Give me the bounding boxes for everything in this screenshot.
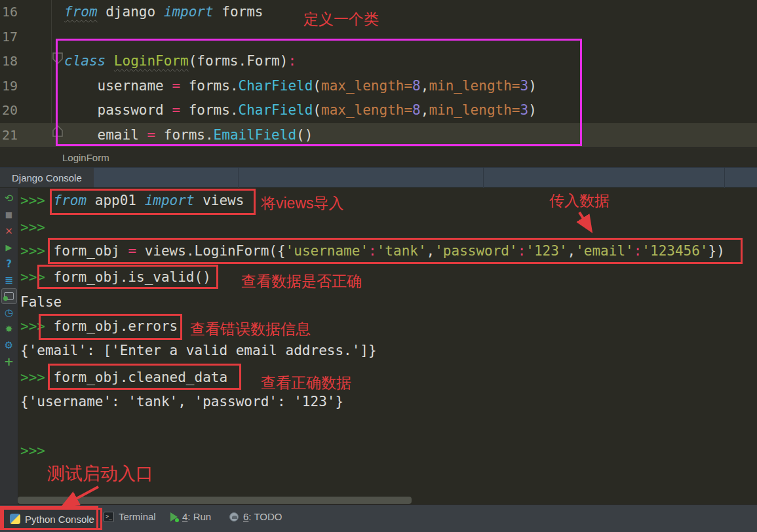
console-input-line: >>> form_obj.errors [20, 318, 178, 335]
console-output-line: {'username': 'tank', 'password': '123'} [20, 393, 343, 411]
code-text: username = forms.CharField(max_length=8,… [64, 74, 537, 99]
variables-view-icon[interactable] [1, 288, 17, 304]
line-number: 17 [2, 25, 49, 50]
python-icon [10, 514, 20, 524]
close-icon[interactable]: ✕ [1, 223, 18, 239]
rerun-icon[interactable]: ⟲ [1, 190, 18, 206]
scroll-end-icon[interactable]: ≣ [1, 272, 18, 288]
code-text: password = forms.CharField(max_length=8,… [64, 98, 537, 123]
line-number: 18 [2, 49, 49, 74]
annotation-define-class: 定义一个类 [303, 9, 379, 29]
code-text: class LoginForm(forms.Form): [64, 49, 296, 74]
run-label: 4: Run [182, 511, 211, 522]
tab-divider [724, 168, 725, 189]
annotation-pass-data: 传入数据 [549, 191, 610, 211]
run-toolwindow-button[interactable]: 4: Run [170, 511, 211, 522]
settings-icon[interactable]: ⚙ [1, 337, 18, 353]
line-number: 21 [2, 123, 49, 148]
variables-glyph [4, 292, 14, 300]
help-icon[interactable]: ? [1, 256, 18, 272]
fold-end-icon[interactable] [52, 124, 64, 138]
line-number: 19 [2, 74, 49, 99]
console-input-line: >>> form_obj = views.LoginForm({'usernam… [20, 242, 725, 260]
line-number: 20 [2, 98, 49, 123]
console-output-line: {'email': ['Enter a valid email address.… [20, 342, 377, 360]
run-toolwindow-icon [170, 512, 178, 522]
stop-icon[interactable]: ■ [1, 206, 18, 223]
fold-collapse-icon[interactable] [52, 52, 64, 65]
console-input-line: >>> form_obj.cleaned_data [20, 369, 227, 387]
code-line: 19 username = forms.CharField(max_length… [0, 74, 757, 99]
status-bar: Python Console >_ Terminal 4: Run 6: TOD… [0, 504, 757, 532]
console-toolbar: ⟲ ■ ✕ ▶ ? ≣ ◷ ✸ ⚙ + [0, 188, 18, 504]
add-icon[interactable]: + [1, 353, 18, 370]
tab-divider [238, 168, 239, 189]
history-icon[interactable]: ◷ [1, 304, 18, 320]
breadcrumb-loginform[interactable]: LoginForm [62, 152, 109, 163]
code-line: 20 password = forms.CharField(max_length… [0, 98, 757, 123]
breadcrumb: LoginForm [0, 147, 757, 167]
console-output-line: False [20, 294, 62, 311]
terminal-label: Terminal [119, 511, 156, 522]
python-console-button[interactable]: Python Console [2, 508, 102, 530]
debug-icon[interactable]: ✸ [1, 320, 18, 337]
code-editor[interactable]: 16 from django import forms 17 18 class … [0, 0, 757, 147]
todo-toolwindow-button[interactable]: 6: TODO [229, 511, 282, 522]
code-line-current: 21 email = forms.EmailField() [0, 123, 757, 148]
annotation-check-cleaned: 查看正确数据 [261, 373, 351, 393]
code-text: email = forms.EmailField() [64, 123, 313, 148]
tab-divider [483, 168, 484, 189]
code-text: from django import forms [64, 0, 263, 25]
terminal-button[interactable]: >_ Terminal [104, 511, 156, 522]
terminal-icon: >_ [104, 512, 114, 522]
annotation-test-entry: 测试启动入口 [47, 462, 153, 485]
console-prompt-line: >>> [20, 219, 45, 237]
django-console[interactable]: ⟲ ■ ✕ ▶ ? ≣ ◷ ✸ ⚙ + >>> from app01 impor… [0, 188, 757, 504]
todo-label: 6: TODO [243, 511, 282, 522]
console-active-prompt[interactable]: >>> [20, 442, 45, 460]
horizontal-scrollbar-thumb[interactable] [18, 497, 412, 504]
annotation-check-errors: 查看错误数据信息 [190, 319, 311, 339]
console-input-line: >>> form_obj.is_valid() [20, 269, 211, 286]
annotation-check-valid: 查看数据是否正确 [241, 271, 362, 292]
annotation-import-views: 将views导入 [261, 193, 344, 214]
todo-icon [229, 512, 239, 522]
code-line: 18 class LoginForm(forms.Form): [0, 49, 757, 74]
console-tab-bar: Django Console [0, 167, 757, 188]
tab-django-console[interactable]: Django Console [0, 168, 94, 187]
python-console-label: Python Console [25, 514, 94, 525]
run-icon[interactable]: ▶ [1, 239, 18, 256]
line-number: 16 [2, 0, 49, 25]
console-input-line: >>> from app01 import views [20, 192, 244, 210]
